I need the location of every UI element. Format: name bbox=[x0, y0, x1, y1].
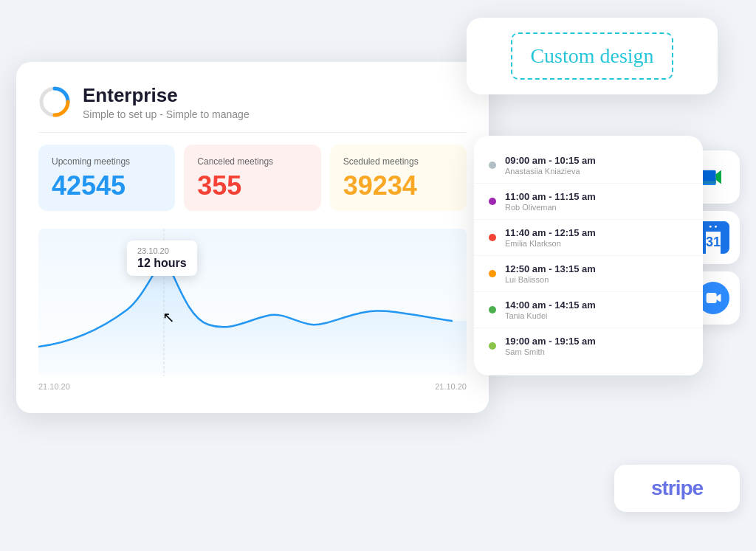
upcoming-label: Upcoming meetings bbox=[52, 156, 162, 167]
schedule-item-6: 19:00 am - 19:15 am Sam Smith bbox=[474, 328, 703, 364]
schedule-info-4: 12:50 am - 13:15 am Lui Balisson bbox=[505, 263, 596, 284]
canceled-label: Canceled meetings bbox=[197, 156, 307, 167]
dot-3 bbox=[489, 234, 496, 241]
chart-x-labels: 21.10.20 21.10.20 bbox=[38, 382, 467, 391]
schedule-time-4: 12:50 am - 13:15 am bbox=[505, 263, 596, 274]
canceled-value: 355 bbox=[197, 173, 307, 199]
schedule-time-2: 11:00 am - 11:15 am bbox=[505, 191, 596, 202]
schedule-item-1: 09:00 am - 10:15 am Anastasiia Kniazieva bbox=[474, 148, 703, 184]
enterprise-logo bbox=[38, 86, 71, 118]
schedule-time-1: 09:00 am - 10:15 am bbox=[505, 155, 596, 166]
card-header: Enterprise Simple to set up - Simple to … bbox=[38, 84, 467, 120]
canceled-meetings-card: Canceled meetings 355 bbox=[184, 145, 320, 211]
upcoming-value: 42545 bbox=[52, 173, 162, 199]
scheduled-label: Sceduled meetings bbox=[343, 156, 453, 167]
chart-svg bbox=[38, 229, 467, 376]
schedule-item-4: 12:50 am - 13:15 am Lui Balisson bbox=[474, 256, 703, 292]
schedule-name-1: Anastasiia Kniazieva bbox=[505, 167, 596, 176]
chart-x-start: 21.10.20 bbox=[38, 382, 70, 391]
schedule-time-6: 19:00 am - 19:15 am bbox=[505, 336, 596, 347]
metrics-row: Upcoming meetings 42545 Canceled meeting… bbox=[38, 145, 467, 211]
schedule-info-5: 14:00 am - 14:15 am Tania Kudei bbox=[505, 299, 596, 320]
schedule-info-3: 11:40 am - 12:15 am Emilia Klarkson bbox=[505, 227, 596, 248]
scene: Custom design ● ● 31 bbox=[16, 18, 740, 534]
schedule-item-3: 11:40 am - 12:15 am Emilia Klarkson bbox=[474, 220, 703, 256]
tooltip-date: 23.10.20 bbox=[137, 246, 187, 255]
schedule-name-5: Tania Kudei bbox=[505, 311, 596, 320]
schedule-info-6: 19:00 am - 19:15 am Sam Smith bbox=[505, 336, 596, 356]
card-title-group: Enterprise Simple to set up - Simple to … bbox=[83, 84, 250, 120]
schedule-info-2: 11:00 am - 11:15 am Rob Oliveman bbox=[505, 191, 596, 212]
tooltip-value: 12 hours bbox=[137, 257, 187, 270]
schedule-item-5: 14:00 am - 14:15 am Tania Kudei bbox=[474, 292, 703, 328]
schedule-card: 09:00 am - 10:15 am Anastasiia Kniazieva… bbox=[474, 136, 703, 375]
header-divider bbox=[38, 132, 467, 133]
chart-tooltip: 23.10.20 12 hours bbox=[127, 240, 197, 276]
schedule-name-4: Lui Balisson bbox=[505, 275, 596, 284]
upcoming-meetings-card: Upcoming meetings 42545 bbox=[38, 145, 175, 211]
chart-area: 23.10.20 12 hours ↖ bbox=[38, 229, 467, 376]
dot-4 bbox=[489, 270, 496, 277]
schedule-time-3: 11:40 am - 12:15 am bbox=[505, 227, 596, 238]
custom-design-label: Custom design bbox=[511, 32, 673, 80]
cursor-icon: ↖ bbox=[162, 308, 175, 326]
dot-2 bbox=[489, 198, 496, 205]
dot-1 bbox=[489, 162, 496, 169]
chart-x-end: 21.10.20 bbox=[435, 382, 467, 391]
scheduled-value: 39234 bbox=[343, 173, 453, 199]
app-subtitle: Simple to set up - Simple to manage bbox=[83, 108, 250, 120]
schedule-time-5: 14:00 am - 14:15 am bbox=[505, 299, 596, 311]
dot-5 bbox=[489, 306, 496, 313]
schedule-name-3: Emilia Klarkson bbox=[505, 239, 596, 248]
scheduled-meetings-card: Sceduled meetings 39234 bbox=[330, 145, 467, 211]
custom-design-card: Custom design bbox=[467, 18, 718, 94]
schedule-info-1: 09:00 am - 10:15 am Anastasiia Kniazieva bbox=[505, 155, 596, 176]
dot-6 bbox=[489, 342, 496, 350]
app-title: Enterprise bbox=[83, 84, 250, 107]
stripe-card: stripe bbox=[614, 465, 740, 512]
dashboard-card: Enterprise Simple to set up - Simple to … bbox=[16, 62, 489, 413]
stripe-label: stripe bbox=[651, 477, 703, 500]
schedule-name-2: Rob Oliveman bbox=[505, 203, 596, 212]
schedule-name-6: Sam Smith bbox=[505, 347, 596, 356]
schedule-item-2: 11:00 am - 11:15 am Rob Oliveman bbox=[474, 184, 703, 220]
